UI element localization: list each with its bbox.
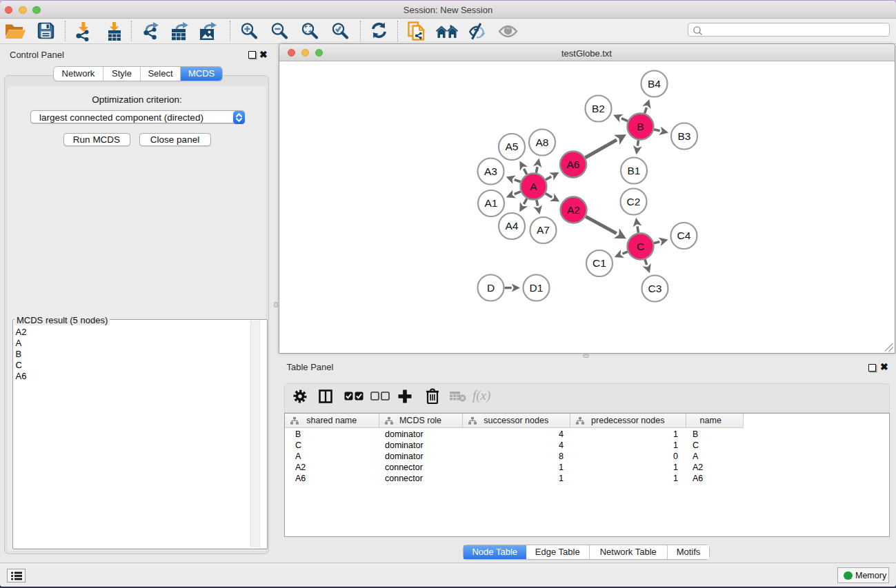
svg-text:A6: A6 xyxy=(566,159,579,170)
svg-text:C4: C4 xyxy=(677,230,690,241)
svg-text:C: C xyxy=(636,241,644,252)
svg-text:C3: C3 xyxy=(648,283,661,294)
svg-text:A8: A8 xyxy=(535,136,548,148)
svg-text:A1: A1 xyxy=(484,197,497,209)
svg-text:A3: A3 xyxy=(484,165,497,177)
svg-text:B2: B2 xyxy=(592,103,605,114)
svg-text:A2: A2 xyxy=(567,204,580,216)
svg-text:C2: C2 xyxy=(626,196,640,207)
svg-text:A4: A4 xyxy=(505,220,518,232)
svg-text:B1: B1 xyxy=(627,165,640,176)
svg-text:A7: A7 xyxy=(537,224,550,236)
svg-text:A5: A5 xyxy=(505,141,518,152)
svg-text:B3: B3 xyxy=(677,130,690,142)
svg-text:D: D xyxy=(486,282,494,294)
svg-text:B: B xyxy=(637,121,644,132)
svg-text:D1: D1 xyxy=(529,282,543,294)
svg-text:B4: B4 xyxy=(648,78,661,90)
svg-text:C1: C1 xyxy=(593,257,606,269)
svg-text:A: A xyxy=(530,181,537,192)
